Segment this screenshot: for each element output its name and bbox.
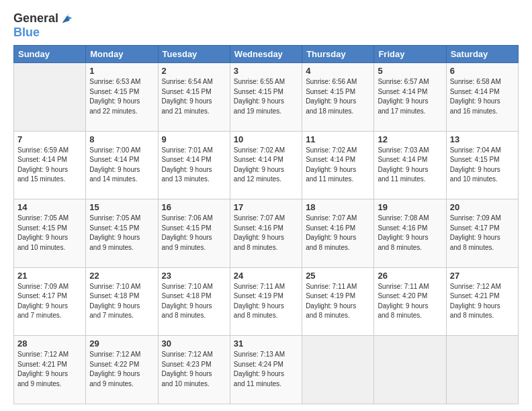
day-info: Sunrise: 7:01 AM Sunset: 4:14 PM Dayligh… — [162, 146, 226, 185]
day-number: 22 — [89, 271, 154, 281]
day-cell — [374, 336, 446, 404]
day-info: Sunrise: 7:13 AM Sunset: 4:24 PM Dayligh… — [234, 350, 298, 389]
week-row-4: 28Sunrise: 7:12 AM Sunset: 4:21 PM Dayli… — [14, 336, 519, 404]
day-number: 10 — [234, 134, 298, 144]
day-info: Sunrise: 7:12 AM Sunset: 4:23 PM Dayligh… — [162, 350, 226, 389]
day-info: Sunrise: 7:10 AM Sunset: 4:18 PM Dayligh… — [89, 282, 154, 321]
day-number: 9 — [162, 134, 226, 144]
weekday-header-row: SundayMondayTuesdayWednesdayThursdayFrid… — [14, 46, 519, 63]
day-cell: 25Sunrise: 7:11 AM Sunset: 4:19 PM Dayli… — [302, 267, 374, 336]
day-cell: 15Sunrise: 7:05 AM Sunset: 4:15 PM Dayli… — [86, 199, 158, 268]
day-cell: 22Sunrise: 7:10 AM Sunset: 4:18 PM Dayli… — [86, 267, 158, 336]
day-cell: 6Sunrise: 6:58 AM Sunset: 4:14 PM Daylig… — [446, 63, 518, 132]
day-cell: 17Sunrise: 7:07 AM Sunset: 4:16 PM Dayli… — [230, 199, 302, 268]
day-info: Sunrise: 6:58 AM Sunset: 4:14 PM Dayligh… — [450, 77, 515, 116]
day-cell: 11Sunrise: 7:02 AM Sunset: 4:14 PM Dayli… — [302, 131, 374, 199]
weekday-header-thursday: Thursday — [302, 46, 374, 63]
day-info: Sunrise: 7:12 AM Sunset: 4:21 PM Dayligh… — [450, 282, 515, 321]
day-number: 12 — [378, 134, 442, 144]
day-number: 20 — [450, 202, 515, 212]
header: General Blue — [13, 11, 519, 40]
day-cell: 21Sunrise: 7:09 AM Sunset: 4:17 PM Dayli… — [14, 267, 86, 336]
day-number: 2 — [162, 66, 226, 76]
day-cell: 14Sunrise: 7:05 AM Sunset: 4:15 PM Dayli… — [14, 199, 86, 268]
week-row-0: 1Sunrise: 6:53 AM Sunset: 4:15 PM Daylig… — [14, 63, 519, 132]
week-row-2: 14Sunrise: 7:05 AM Sunset: 4:15 PM Dayli… — [14, 199, 519, 268]
day-number: 23 — [162, 271, 226, 281]
day-cell: 9Sunrise: 7:01 AM Sunset: 4:14 PM Daylig… — [158, 131, 230, 199]
day-info: Sunrise: 7:10 AM Sunset: 4:18 PM Dayligh… — [162, 282, 226, 321]
day-number: 28 — [17, 338, 82, 349]
day-cell: 8Sunrise: 7:00 AM Sunset: 4:14 PM Daylig… — [86, 131, 158, 199]
day-info: Sunrise: 6:53 AM Sunset: 4:15 PM Dayligh… — [89, 77, 154, 116]
day-info: Sunrise: 6:54 AM Sunset: 4:15 PM Dayligh… — [162, 77, 226, 116]
day-info: Sunrise: 7:00 AM Sunset: 4:14 PM Dayligh… — [89, 146, 154, 185]
day-number: 5 — [378, 66, 442, 76]
day-cell: 3Sunrise: 6:55 AM Sunset: 4:15 PM Daylig… — [230, 63, 302, 132]
weekday-header-monday: Monday — [86, 46, 158, 63]
day-cell — [446, 336, 518, 404]
day-number: 27 — [450, 271, 515, 281]
day-number: 24 — [234, 271, 298, 281]
logo-blue: Blue — [13, 26, 75, 40]
day-cell: 19Sunrise: 7:08 AM Sunset: 4:16 PM Dayli… — [374, 199, 446, 268]
day-number: 4 — [306, 66, 370, 76]
day-cell: 16Sunrise: 7:06 AM Sunset: 4:15 PM Dayli… — [158, 199, 230, 268]
day-number: 6 — [450, 66, 515, 76]
day-info: Sunrise: 7:07 AM Sunset: 4:16 PM Dayligh… — [306, 214, 370, 253]
day-number: 30 — [162, 338, 226, 349]
day-number: 26 — [378, 271, 442, 281]
day-cell: 7Sunrise: 6:59 AM Sunset: 4:14 PM Daylig… — [14, 131, 86, 199]
day-cell: 1Sunrise: 6:53 AM Sunset: 4:15 PM Daylig… — [86, 63, 158, 132]
day-cell: 30Sunrise: 7:12 AM Sunset: 4:23 PM Dayli… — [158, 336, 230, 404]
day-info: Sunrise: 7:09 AM Sunset: 4:17 PM Dayligh… — [17, 282, 82, 321]
day-number: 16 — [162, 202, 226, 212]
day-info: Sunrise: 7:12 AM Sunset: 4:21 PM Dayligh… — [17, 350, 82, 389]
day-number: 15 — [89, 202, 154, 212]
day-info: Sunrise: 6:57 AM Sunset: 4:14 PM Dayligh… — [378, 77, 442, 116]
day-number: 8 — [89, 134, 154, 144]
day-cell: 12Sunrise: 7:03 AM Sunset: 4:14 PM Dayli… — [374, 131, 446, 199]
day-info: Sunrise: 7:02 AM Sunset: 4:14 PM Dayligh… — [306, 146, 370, 185]
day-cell — [14, 63, 86, 132]
day-cell: 28Sunrise: 7:12 AM Sunset: 4:21 PM Dayli… — [14, 336, 86, 404]
day-cell: 4Sunrise: 6:56 AM Sunset: 4:15 PM Daylig… — [302, 63, 374, 132]
day-cell: 10Sunrise: 7:02 AM Sunset: 4:14 PM Dayli… — [230, 131, 302, 199]
day-number: 13 — [450, 134, 515, 144]
day-cell: 31Sunrise: 7:13 AM Sunset: 4:24 PM Dayli… — [230, 336, 302, 404]
weekday-header-friday: Friday — [374, 46, 446, 63]
day-info: Sunrise: 7:11 AM Sunset: 4:20 PM Dayligh… — [378, 282, 442, 321]
logo: General Blue — [13, 11, 75, 40]
day-number: 3 — [234, 66, 298, 76]
day-cell: 29Sunrise: 7:12 AM Sunset: 4:22 PM Dayli… — [86, 336, 158, 404]
day-info: Sunrise: 6:56 AM Sunset: 4:15 PM Dayligh… — [306, 77, 370, 116]
day-cell: 5Sunrise: 6:57 AM Sunset: 4:14 PM Daylig… — [374, 63, 446, 132]
day-info: Sunrise: 7:11 AM Sunset: 4:19 PM Dayligh… — [306, 282, 370, 321]
day-info: Sunrise: 7:04 AM Sunset: 4:15 PM Dayligh… — [450, 146, 515, 185]
logo-icon — [60, 11, 75, 26]
day-cell: 18Sunrise: 7:07 AM Sunset: 4:16 PM Dayli… — [302, 199, 374, 268]
day-info: Sunrise: 7:06 AM Sunset: 4:15 PM Dayligh… — [162, 214, 226, 253]
day-info: Sunrise: 6:55 AM Sunset: 4:15 PM Dayligh… — [234, 77, 298, 116]
day-number: 14 — [17, 202, 82, 212]
day-info: Sunrise: 7:02 AM Sunset: 4:14 PM Dayligh… — [234, 146, 298, 185]
day-number: 31 — [234, 338, 298, 349]
day-info: Sunrise: 7:11 AM Sunset: 4:19 PM Dayligh… — [234, 282, 298, 321]
day-number: 25 — [306, 271, 370, 281]
day-info: Sunrise: 7:08 AM Sunset: 4:16 PM Dayligh… — [378, 214, 442, 253]
day-number: 7 — [17, 134, 82, 144]
day-cell: 27Sunrise: 7:12 AM Sunset: 4:21 PM Dayli… — [446, 267, 518, 336]
day-number: 11 — [306, 134, 370, 144]
day-info: Sunrise: 7:05 AM Sunset: 4:15 PM Dayligh… — [17, 214, 82, 253]
logo-general: General — [13, 11, 58, 26]
day-info: Sunrise: 7:12 AM Sunset: 4:22 PM Dayligh… — [89, 350, 154, 389]
day-info: Sunrise: 6:59 AM Sunset: 4:14 PM Dayligh… — [17, 146, 82, 185]
day-info: Sunrise: 7:07 AM Sunset: 4:16 PM Dayligh… — [234, 214, 298, 253]
day-cell — [302, 336, 374, 404]
page: General Blue SundayMondayTuesdayWednesda… — [0, 0, 532, 411]
day-number: 18 — [306, 202, 370, 212]
day-info: Sunrise: 7:03 AM Sunset: 4:14 PM Dayligh… — [378, 146, 442, 185]
weekday-header-tuesday: Tuesday — [158, 46, 230, 63]
weekday-header-wednesday: Wednesday — [230, 46, 302, 63]
day-number: 29 — [89, 338, 154, 349]
